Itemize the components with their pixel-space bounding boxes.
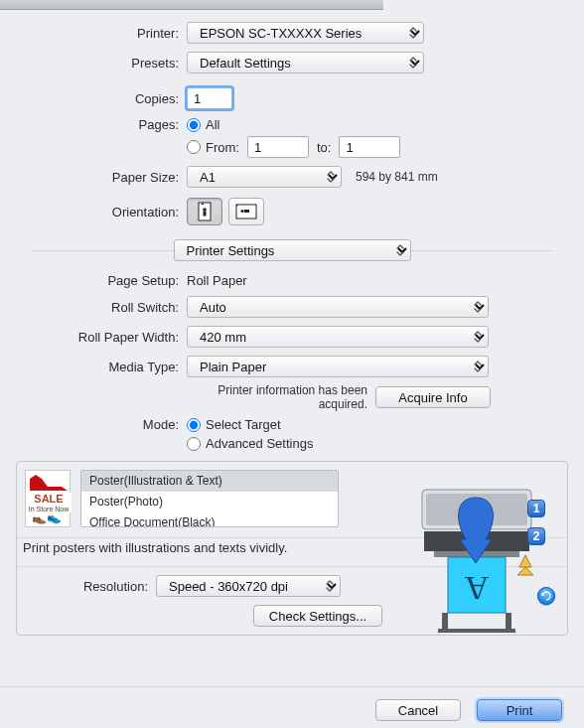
acquire-info-button[interactable]: Acquire Info: [375, 386, 491, 408]
preview-letter: A: [464, 570, 489, 607]
orientation-label: Orientation:: [16, 205, 187, 219]
copies-label: Copies:: [16, 91, 187, 106]
orientation-portrait-button[interactable]: [187, 198, 222, 225]
target-hint: Print posters with illustrations and tex…: [23, 540, 287, 555]
svg-rect-13: [438, 629, 515, 633]
print-button[interactable]: Print: [477, 699, 562, 721]
pages-from-label: From:: [206, 140, 239, 155]
svg-rect-4: [244, 210, 249, 213]
roll-switch-label: Roll Switch:: [16, 300, 187, 315]
page-setup-value: Roll Paper: [187, 273, 247, 288]
media-type-select[interactable]: Plain Paper: [187, 356, 489, 377]
mode-select-target-radio[interactable]: [187, 418, 201, 432]
list-item[interactable]: Poster(Illustration & Text): [81, 471, 338, 492]
badge-two: 2: [527, 527, 545, 545]
svg-rect-11: [442, 613, 448, 631]
paper-size-select[interactable]: A1: [187, 166, 342, 188]
cancel-button[interactable]: Cancel: [375, 699, 461, 721]
presets-select[interactable]: Default Settings: [187, 52, 424, 73]
target-listbox[interactable]: Poster(Illustration & Text) Poster(Photo…: [80, 470, 339, 527]
section-select[interactable]: Printer Settings: [174, 239, 411, 261]
pages-label: Pages:: [16, 117, 187, 132]
svg-point-1: [203, 208, 207, 212]
pages-range-radio[interactable]: [187, 140, 201, 154]
pages-to-input[interactable]: [339, 136, 400, 158]
mode-advanced-label: Advanced Settings: [206, 436, 313, 451]
list-item[interactable]: Poster(Photo): [81, 492, 338, 512]
badge-one: 1: [527, 500, 545, 517]
svg-point-5: [240, 210, 243, 213]
page-setup-label: Page Setup:: [16, 273, 187, 288]
mode-advanced-radio[interactable]: [187, 437, 201, 451]
resolution-select[interactable]: Speed - 360x720 dpi: [156, 575, 341, 597]
copies-input[interactable]: [187, 87, 232, 109]
orientation-landscape-button[interactable]: [228, 198, 264, 225]
roll-width-label: Roll Paper Width:: [16, 330, 187, 345]
pages-all-label: All: [206, 117, 219, 132]
check-settings-button[interactable]: Check Settings...: [253, 605, 382, 627]
printer-select[interactable]: EPSON SC-TXXXXX Series: [187, 22, 424, 44]
list-item[interactable]: Office Document(Black): [81, 512, 338, 527]
info-acquired-text: Printer information has been acquired.: [187, 383, 375, 411]
svg-rect-2: [204, 212, 207, 217]
resolution-label: Resolution:: [25, 579, 156, 594]
landscape-page-icon: [235, 203, 257, 220]
printer-label: Printer:: [16, 26, 187, 41]
mode-select-target-label: Select Target: [206, 417, 281, 432]
media-type-label: Media Type:: [16, 360, 187, 374]
target-preview-thumb: SALE In Store Now 👞👟: [25, 470, 71, 527]
window-tab-bar: [0, 0, 383, 10]
mode-label: Mode:: [16, 417, 187, 432]
portrait-page-icon: [196, 202, 214, 221]
paper-size-note: 594 by 841 mm: [356, 170, 438, 184]
sync-icon: [537, 587, 555, 605]
roll-switch-select[interactable]: Auto: [187, 296, 489, 318]
svg-rect-12: [506, 613, 511, 631]
thumb-shoes-small: 👞👟: [32, 510, 62, 524]
paper-size-label: Paper Size:: [16, 170, 187, 185]
pages-all-radio[interactable]: [187, 118, 201, 132]
thumb-sale-text: SALE: [26, 493, 72, 505]
printer-illustration: A 1 2: [416, 470, 555, 637]
roll-width-select[interactable]: 420 mm: [187, 326, 489, 348]
shoe-icon: [28, 473, 70, 493]
presets-label: Presets:: [16, 56, 187, 71]
pages-to-label: to:: [317, 140, 331, 155]
pages-from-input[interactable]: [247, 136, 309, 158]
